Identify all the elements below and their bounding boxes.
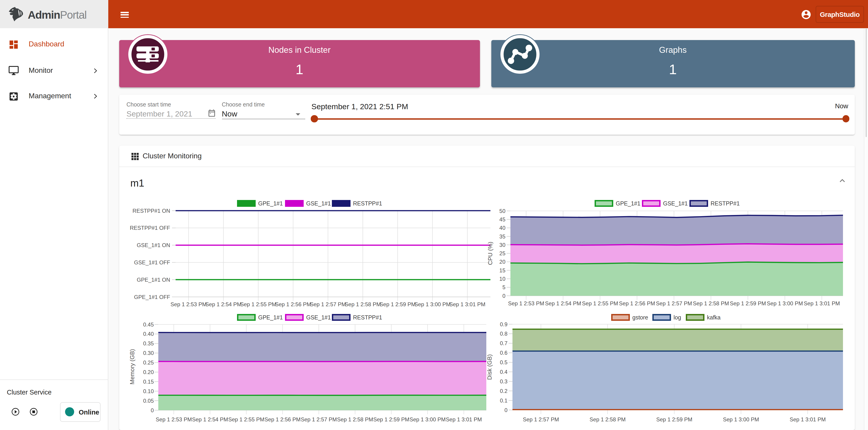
svg-text:Sep 1 3:00 PM: Sep 1 3:00 PM xyxy=(723,416,759,423)
svg-text:GPE_1#1: GPE_1#1 xyxy=(258,314,282,320)
svg-text:RESTPP#1 OFF: RESTPP#1 OFF xyxy=(130,225,170,231)
svg-text:0.1: 0.1 xyxy=(500,397,507,404)
svg-text:Sep 1 2:57 PM: Sep 1 2:57 PM xyxy=(310,301,346,307)
svg-text:0.7: 0.7 xyxy=(500,340,507,346)
svg-text:Sep 1 2:53 PM: Sep 1 2:53 PM xyxy=(508,300,544,306)
svg-text:0.6: 0.6 xyxy=(500,350,507,356)
svg-text:Sep 1 3:01 PM: Sep 1 3:01 PM xyxy=(449,301,485,307)
svg-text:15: 15 xyxy=(499,267,505,274)
svg-text:25: 25 xyxy=(499,250,505,256)
svg-text:RESTPP#1: RESTPP#1 xyxy=(710,200,740,207)
svg-text:20: 20 xyxy=(499,259,505,265)
svg-text:RESTPP#1: RESTPP#1 xyxy=(353,200,382,207)
svg-text:Sep 1 2:58 PM: Sep 1 2:58 PM xyxy=(337,416,373,423)
svg-text:45: 45 xyxy=(499,216,505,222)
svg-text:Sep 1 2:55 PM: Sep 1 2:55 PM xyxy=(228,416,264,423)
svg-text:0.8: 0.8 xyxy=(500,331,507,337)
svg-text:Sep 1 2:55 PM: Sep 1 2:55 PM xyxy=(582,300,618,306)
svg-text:Sep 1 2:57 PM: Sep 1 2:57 PM xyxy=(656,300,692,306)
svg-text:Sep 1 3:01 PM: Sep 1 3:01 PM xyxy=(789,416,826,423)
svg-text:Sep 1 2:58 PM: Sep 1 2:58 PM xyxy=(693,300,729,306)
svg-text:kafka: kafka xyxy=(707,314,720,320)
svg-text:Sep 1 3:01 PM: Sep 1 3:01 PM xyxy=(445,416,482,423)
svg-text:30: 30 xyxy=(499,242,505,248)
svg-text:GSE_1#1 OFF: GSE_1#1 OFF xyxy=(134,259,170,266)
svg-text:GSE_1#1: GSE_1#1 xyxy=(306,314,331,320)
svg-text:0.3: 0.3 xyxy=(500,378,507,385)
svg-text:GPE_1#1 OFF: GPE_1#1 OFF xyxy=(134,294,170,300)
svg-text:GPE_1#1: GPE_1#1 xyxy=(616,200,640,207)
svg-text:40: 40 xyxy=(499,225,505,231)
svg-text:GPE_1#1: GPE_1#1 xyxy=(258,200,282,207)
svg-text:Sep 1 2:54 PM: Sep 1 2:54 PM xyxy=(192,416,228,423)
svg-text:Sep 1 2:56 PM: Sep 1 2:56 PM xyxy=(275,301,311,307)
svg-text:GSE_1#1 ON: GSE_1#1 ON xyxy=(136,242,170,248)
svg-text:0.10: 0.10 xyxy=(143,388,154,394)
svg-text:GPE_1#1 ON: GPE_1#1 ON xyxy=(136,277,170,283)
svg-text:0.9: 0.9 xyxy=(500,321,507,328)
svg-text:Sep 1 2:59 PM: Sep 1 2:59 PM xyxy=(373,416,409,423)
svg-text:0.15: 0.15 xyxy=(143,378,154,385)
svg-text:0.45: 0.45 xyxy=(143,321,154,328)
svg-text:RESTPP#1 ON: RESTPP#1 ON xyxy=(132,208,170,214)
svg-text:Sep 1 2:56 PM: Sep 1 2:56 PM xyxy=(264,416,301,423)
svg-text:Sep 1 3:01 PM: Sep 1 3:01 PM xyxy=(804,300,840,306)
svg-text:Sep 1 3:00 PM: Sep 1 3:00 PM xyxy=(409,416,445,423)
svg-text:Memory (GB): Memory (GB) xyxy=(128,349,135,385)
svg-text:GSE_1#1: GSE_1#1 xyxy=(306,200,331,207)
svg-text:35: 35 xyxy=(499,234,505,240)
svg-text:log: log xyxy=(673,314,681,320)
svg-text:0: 0 xyxy=(504,407,507,413)
svg-text:0.30: 0.30 xyxy=(143,350,154,356)
svg-text:Sep 1 2:54 PM: Sep 1 2:54 PM xyxy=(545,300,581,306)
svg-text:0.40: 0.40 xyxy=(143,331,154,337)
svg-text:RESTPP#1: RESTPP#1 xyxy=(353,314,382,320)
svg-text:Sep 1 2:59 PM: Sep 1 2:59 PM xyxy=(730,300,766,306)
svg-text:0.5: 0.5 xyxy=(500,359,507,365)
svg-text:Sep 1 2:55 PM: Sep 1 2:55 PM xyxy=(240,301,276,307)
svg-text:Disk (GB): Disk (GB) xyxy=(486,354,493,380)
svg-text:Sep 1 2:57 PM: Sep 1 2:57 PM xyxy=(523,416,559,423)
svg-text:Sep 1 3:00 PM: Sep 1 3:00 PM xyxy=(767,300,803,306)
svg-text:GSE_1#1: GSE_1#1 xyxy=(663,200,687,207)
svg-text:0: 0 xyxy=(502,293,505,299)
svg-text:0.2: 0.2 xyxy=(500,388,507,394)
svg-text:50: 50 xyxy=(499,208,505,214)
svg-text:gstore: gstore xyxy=(632,314,648,320)
svg-text:CPU (%): CPU (%) xyxy=(487,242,493,265)
svg-text:Sep 1 2:58 PM: Sep 1 2:58 PM xyxy=(589,416,625,423)
svg-text:Sep 1 2:59 PM: Sep 1 2:59 PM xyxy=(656,416,692,423)
svg-text:Sep 1 2:58 PM: Sep 1 2:58 PM xyxy=(345,301,381,307)
svg-text:0.05: 0.05 xyxy=(143,398,154,404)
svg-text:Sep 1 2:54 PM: Sep 1 2:54 PM xyxy=(205,301,241,307)
svg-text:Sep 1 3:00 PM: Sep 1 3:00 PM xyxy=(414,301,451,307)
svg-text:Sep 1 2:57 PM: Sep 1 2:57 PM xyxy=(301,416,337,423)
svg-text:0: 0 xyxy=(151,407,154,413)
svg-text:Sep 1 2:53 PM: Sep 1 2:53 PM xyxy=(156,416,192,423)
svg-text:0.20: 0.20 xyxy=(143,369,154,375)
svg-text:Sep 1 2:56 PM: Sep 1 2:56 PM xyxy=(619,300,655,306)
svg-text:0.25: 0.25 xyxy=(143,360,154,366)
svg-text:0.4: 0.4 xyxy=(500,369,507,375)
svg-text:Sep 1 2:59 PM: Sep 1 2:59 PM xyxy=(379,301,415,307)
svg-text:0.35: 0.35 xyxy=(143,340,154,346)
svg-text:10: 10 xyxy=(499,276,505,282)
svg-text:5: 5 xyxy=(502,284,505,290)
svg-text:Sep 1 2:53 PM: Sep 1 2:53 PM xyxy=(170,301,207,307)
